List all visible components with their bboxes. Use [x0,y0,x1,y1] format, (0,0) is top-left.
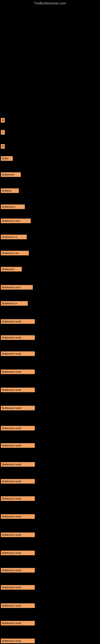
bottleneck-bar: Bottleneck [1,267,22,272]
bottleneck-bar: Bottleneck result [1,532,35,537]
bottleneck-bar: Bottleneck result [1,568,35,572]
bottleneck-item: Bottleneck result [1,585,35,590]
bottleneck-bar: Bottleneck resu [1,218,31,223]
bottleneck-item: Bottleneck result [1,568,35,572]
bottleneck-item: Bottleneck r [1,204,25,209]
bottleneck-item: Bottleneck result [1,496,35,501]
bottleneck-item: Bottleneck result [1,426,35,430]
bottleneck-item: Bottlene [1,188,19,193]
bottleneck-item: Bottleneck result [1,388,35,392]
bottleneck-item: Bottleneck result [1,443,35,448]
bottleneck-bar: Bottleneck r [1,204,25,209]
bottleneck-item: Bottleneck result [1,319,35,324]
bottleneck-item: B [1,144,5,149]
bottleneck-item: Bottleneck [1,267,22,272]
bottleneck-bar: Bottleneck result [1,514,35,519]
bottleneck-bar: Bottleneck result [1,621,35,626]
bottleneck-bar: B [1,118,5,122]
bottleneck-item: Bottleneck [1,172,21,177]
bottleneck-bar: Bottleneck result [1,550,35,555]
bottleneck-bar: Bottleneck resul [1,285,33,290]
bottleneck-item: Bottleneck result [1,352,35,356]
bottleneck-bar: Bottlene [1,188,19,193]
bottleneck-bar: Bottleneck result [1,638,35,643]
bottleneck-item: Bottleneck result [1,621,35,626]
bottleneck-bar: Bottleneck result [1,370,35,374]
bottleneck-item: Bottleneck result [1,514,35,519]
bottleneck-bar: Bottle [1,156,13,161]
bottleneck-item: Bottleneck result [1,370,35,374]
bottleneck-item: Bottleneck resu [1,218,31,223]
bottleneck-bar: Bottleneck result [1,496,35,501]
bottleneck-bar: Bottleneck result [1,352,35,356]
bottleneck-item: Bottleneck result [1,532,35,537]
bottleneck-item: Bottleneck result [1,462,35,467]
bottleneck-bar: I [1,130,5,135]
bottleneck-bar: Bottleneck [1,172,21,177]
bottleneck-item: Bottleneck result [1,335,35,340]
bottleneck-bar: Bottleneck result [1,462,35,467]
bottleneck-bar: Bottleneck re [1,235,27,239]
bottleneck-item: Bottleneck result [1,406,35,410]
bottleneck-item: I [1,130,5,135]
bottleneck-item: Bottleneck resul [1,285,33,290]
bottleneck-item: Bottleneck result [1,603,35,608]
bottleneck-item: Bottleneck re [1,235,27,239]
bottleneck-item: Bottleneck re [1,301,28,306]
bottleneck-item: Bottleneck result [1,638,35,643]
bottleneck-bar: Bottleneck result [1,388,35,392]
bottleneck-item: Bottleneck result [1,550,35,555]
bottleneck-bar: Bottleneck result [1,406,35,410]
bottleneck-item: B [1,118,5,122]
site-title: TheBottlenecker.com [0,0,100,5]
bottleneck-bar: Bottleneck res [1,251,29,256]
bottleneck-bar: B [1,144,5,149]
bottleneck-bar: Bottleneck re [1,301,28,306]
bottleneck-bar: Bottleneck result [1,585,35,590]
bottleneck-bar: Bottleneck result [1,603,35,608]
bottleneck-bar: Bottleneck result [1,335,35,340]
bottleneck-bar: Bottleneck result [1,426,35,430]
bottleneck-item: Bottleneck result [1,479,35,484]
bottleneck-bar: Bottleneck result [1,319,35,324]
bottleneck-bar: Bottleneck result [1,479,35,484]
bottleneck-item: Bottle [1,156,13,161]
bottleneck-bar: Bottleneck result [1,443,35,448]
bottleneck-item: Bottleneck res [1,251,29,256]
